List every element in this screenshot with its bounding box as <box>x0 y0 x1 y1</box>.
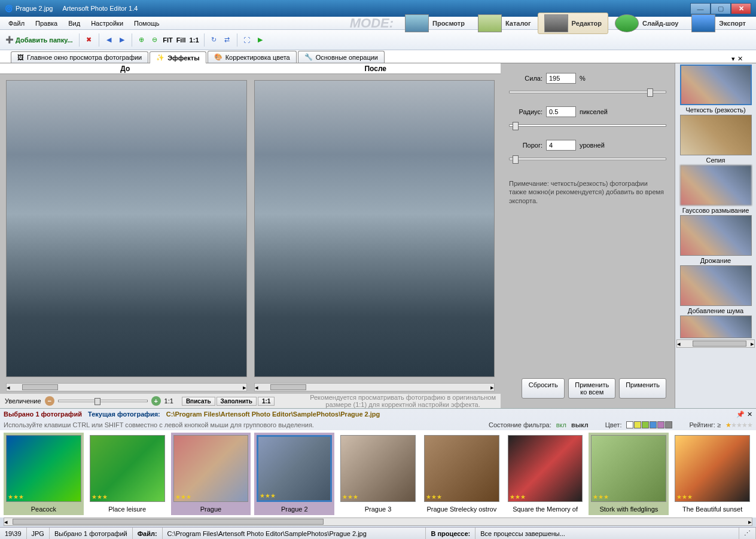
radius-slider[interactable] <box>509 124 666 127</box>
editor-subtabs: 🖼Главное окно просмотра фотографии ✨Эффе… <box>0 50 756 63</box>
zoom-in-icon[interactable]: + <box>151 396 161 406</box>
one-to-one-button[interactable]: 1:1 <box>188 34 200 46</box>
statusbar: 19\39 JPG Выбрано 1 фотографий Файл: C:\… <box>0 527 756 539</box>
status-proc-label: В процессе: <box>426 528 475 539</box>
effect-sepia[interactable]: Сепия <box>676 115 755 164</box>
zoom-in-button[interactable]: ⊕ <box>136 34 148 46</box>
pin-icon[interactable]: 📌 <box>736 411 745 418</box>
filter-on[interactable]: вкл <box>556 421 566 428</box>
thumb-place-leisure[interactable]: ★★★Place leisure <box>87 433 167 515</box>
status-file-label: Файл: <box>133 528 163 539</box>
fullscreen-button[interactable]: ⛶ <box>241 34 253 46</box>
film-current-label: Текущая фотография: <box>88 411 160 418</box>
dropdown-icon[interactable]: ▾ <box>731 55 735 63</box>
apply-button[interactable]: Применить <box>619 378 666 399</box>
after-image[interactable] <box>254 80 495 377</box>
subtab-color-correction[interactable]: 🎨Корректировка цвета <box>208 51 297 63</box>
subtab-effects[interactable]: ✨Эффекты <box>150 51 206 63</box>
close-panel-icon[interactable]: ✕ <box>737 55 743 63</box>
menu-view[interactable]: Вид <box>63 19 85 28</box>
film-selected: Выбрано 1 фотографий <box>4 411 82 418</box>
mode-editor[interactable]: Редактор <box>538 13 608 34</box>
thumb-the-beautiful-sunset[interactable]: ★★★The Beautiful sunset <box>672 433 752 515</box>
zoom-row: Увеличение − + 1:1 Вписать Заполнить 1:1… <box>0 394 501 408</box>
effects-scrollbar[interactable]: ◂▸ <box>676 339 755 348</box>
zoom-note: Рекомендуется просматривать фотографию в… <box>310 394 496 408</box>
mode-catalog[interactable]: Каталог <box>471 13 538 34</box>
effect-gaussian-blur[interactable]: Гауссово размывание <box>676 165 755 214</box>
status-file-path: C:\Program Files\Artensoft Photo Editor\… <box>163 528 426 539</box>
thumb-peacock[interactable]: ★★★Peacock <box>4 433 84 515</box>
add-folder-button[interactable]: ➕ Добавить папку... <box>2 34 75 46</box>
view-icon <box>405 14 429 32</box>
rating-filter-label: Рейтинг: ≥ <box>689 421 721 428</box>
rating-stars[interactable]: ★★★★★ <box>725 421 752 429</box>
zoom-label: Увеличение <box>5 397 41 405</box>
menu-edit[interactable]: Правка <box>31 19 62 28</box>
strength-slider[interactable] <box>509 91 666 93</box>
filter-off[interactable]: выкл <box>571 421 589 428</box>
status-selected: Выбрано 1 фотографий <box>50 528 133 539</box>
thumb-prague-2[interactable]: ★★★Prague 2 <box>254 433 334 515</box>
threshold-input[interactable] <box>546 140 576 151</box>
radius-unit: пикселей <box>580 108 608 115</box>
threshold-label: Порог: <box>509 142 542 149</box>
thumb-prague-3[interactable]: ★★★Prague 3 <box>338 433 418 515</box>
fill-button[interactable]: Fill <box>175 34 187 46</box>
effect-params: Сила: % Радиус: пикселей Порог: уровней … <box>501 63 675 408</box>
before-scrollbar[interactable]: ◂▸ <box>6 383 247 391</box>
delete-button[interactable]: ✖ <box>83 34 95 46</box>
effect-more[interactable] <box>676 316 755 338</box>
effect-sharpness[interactable]: Четкость (резкость) <box>676 65 755 114</box>
zoom-out-button[interactable]: ⊖ <box>149 34 161 46</box>
flip-button[interactable]: ⇄ <box>221 34 233 46</box>
editor-icon <box>544 14 568 32</box>
film-close-icon[interactable]: ✕ <box>747 411 752 418</box>
threshold-slider[interactable] <box>509 158 666 160</box>
menu-settings[interactable]: Настройки <box>86 19 128 28</box>
mode-label: MODE: <box>350 16 394 31</box>
zoom-fill-button[interactable]: Заполнить <box>217 397 257 406</box>
menu-file[interactable]: Файл <box>4 19 29 28</box>
prev-button[interactable]: ◀ <box>103 34 115 46</box>
thumb-square-the-memory-of[interactable]: ★★★Square the Memory of <box>505 433 586 515</box>
thumb-prague-strelecky-ostrov[interactable]: ★★★Prague Strelecky ostrov <box>422 433 502 515</box>
color-icon: 🎨 <box>214 53 222 61</box>
strength-label: Сила: <box>509 75 542 82</box>
fit-button[interactable]: FIT <box>162 34 174 46</box>
zoom-fit-button[interactable]: Вписать <box>182 397 215 406</box>
zoom-one-button[interactable]: 1:1 <box>258 397 275 406</box>
reset-button[interactable]: Сбросить <box>522 378 565 399</box>
workspace: До После ◂▸ ◂▸ Увеличение − + 1:1 Вписат… <box>0 63 756 408</box>
filmstrip[interactable]: ★★★Peacock★★★Place leisure★★★Prague★★★Pr… <box>0 430 756 517</box>
filmstrip-scrollbar[interactable]: ◂▸ <box>4 517 752 526</box>
mode-slideshow[interactable]: Слайд-шоу <box>608 13 685 34</box>
subtab-main-preview[interactable]: 🖼Главное окно просмотра фотографии <box>11 51 148 63</box>
after-scrollbar[interactable]: ◂▸ <box>254 383 495 391</box>
zoom-one: 1:1 <box>164 397 173 405</box>
mode-export[interactable]: Экспорт <box>685 13 752 34</box>
after-label: После <box>251 63 501 74</box>
effect-jitter[interactable]: Дрожание <box>676 215 755 264</box>
next-button[interactable]: ▶ <box>116 34 128 46</box>
subtab-basic-ops[interactable]: 🔧Основные операции <box>298 51 385 63</box>
effect-add-noise[interactable]: Добавление шума <box>676 265 755 314</box>
rotate-button[interactable]: ↻ <box>208 34 220 46</box>
mode-view[interactable]: Просмотр <box>398 13 471 34</box>
apply-all-button[interactable]: Применить ко всем <box>568 378 615 399</box>
before-image[interactable] <box>6 80 247 377</box>
zoom-slider[interactable] <box>58 400 148 402</box>
color-filter[interactable] <box>626 421 672 428</box>
thumb-prague[interactable]: ★★★Prague <box>171 433 251 515</box>
zoom-out-icon[interactable]: − <box>45 396 54 406</box>
strength-input[interactable] <box>546 73 576 84</box>
radius-input[interactable] <box>546 106 576 117</box>
menu-help[interactable]: Помощь <box>129 19 164 28</box>
thumb-stork-with-fledglings[interactable]: ★★★Stork with fledglings <box>589 433 669 515</box>
play-button[interactable]: ▶ <box>254 34 266 46</box>
ops-icon: 🔧 <box>304 53 313 61</box>
effects-icon: ✨ <box>156 54 164 62</box>
params-note: Примечание: четкость(резкость) фотографи… <box>509 179 666 205</box>
slideshow-icon <box>615 14 639 32</box>
status-grip[interactable]: ⋰ <box>739 528 756 539</box>
